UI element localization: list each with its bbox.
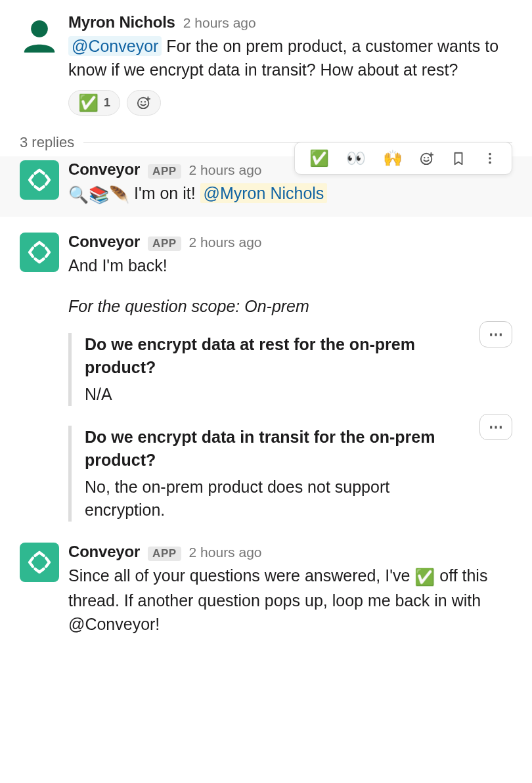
- question-2-title: Do we encrypt data in transit for the on…: [85, 426, 470, 472]
- replies-count-label[interactable]: 3 replies: [20, 134, 74, 151]
- reaction-count: 1: [104, 96, 110, 110]
- author-name[interactable]: Conveyor: [68, 543, 140, 561]
- reply2-line1: And I'm back!: [68, 254, 512, 277]
- app-badge: APP: [148, 547, 181, 561]
- message-text: Since all of your questions were answere…: [68, 564, 512, 637]
- add-reaction-button[interactable]: [127, 90, 161, 116]
- svg-point-6: [428, 156, 429, 158]
- react-eyes-button[interactable]: 👀: [346, 149, 366, 168]
- svg-point-2: [141, 101, 142, 102]
- answer-block-2: Do we encrypt data in transit for the on…: [68, 426, 470, 522]
- kebab-icon: [483, 151, 497, 166]
- app-avatar[interactable]: [20, 160, 59, 200]
- user-avatar[interactable]: [20, 13, 59, 53]
- conveyor-logo-icon: [26, 167, 53, 193]
- check-icon: ✅: [78, 93, 99, 112]
- reply-message-3: Conveyor APP 2 hours ago Since all of yo…: [20, 543, 512, 637]
- svg-point-3: [144, 101, 146, 102]
- person-icon: [21, 16, 58, 53]
- add-reaction-icon: [137, 95, 151, 110]
- svg-point-9: [489, 161, 491, 164]
- mention-conveyor[interactable]: @Conveyor: [68, 36, 162, 56]
- answer-1-more-button[interactable]: ⋯: [479, 321, 512, 347]
- react-check-button[interactable]: ✅: [309, 149, 329, 168]
- question-2-answer: No, the on-prem product does not support…: [85, 476, 470, 522]
- svg-point-7: [489, 152, 491, 155]
- app-badge: APP: [148, 164, 181, 179]
- app-badge: APP: [148, 236, 181, 251]
- search-books-feather-emojis: 🔍📚🪶: [68, 185, 134, 204]
- more-actions-button[interactable]: [483, 151, 497, 166]
- conveyor-logo-icon: [26, 549, 53, 575]
- conveyor-logo-icon: [26, 239, 53, 265]
- reply3-part1: Since all of your questions were answere…: [68, 566, 414, 585]
- author-name[interactable]: Conveyor: [68, 233, 140, 251]
- message-text: 🔍📚🪶 I'm on it! @Myron Nichols: [68, 181, 512, 207]
- svg-point-8: [489, 157, 491, 160]
- answer-block-1: Do we encrypt data at rest for the on-pr…: [68, 333, 470, 406]
- mention-myron[interactable]: @Myron Nichols: [200, 183, 328, 203]
- timestamp[interactable]: 2 hours ago: [189, 545, 262, 560]
- author-name[interactable]: Conveyor: [68, 160, 140, 179]
- svg-point-0: [31, 20, 48, 37]
- question-1-title: Do we encrypt data at rest for the on-pr…: [85, 333, 470, 379]
- check-icon: ✅: [414, 568, 435, 586]
- timestamp[interactable]: 2 hours ago: [183, 15, 256, 31]
- message-actions-bar: ✅ 👀 🙌: [294, 142, 512, 175]
- add-reaction-icon: [420, 151, 434, 166]
- reaction-check[interactable]: ✅ 1: [68, 90, 120, 116]
- reply-message-2: Conveyor APP 2 hours ago And I'm back! F…: [20, 233, 512, 527]
- reply1-text: I'm on it!: [134, 184, 200, 202]
- main-message: Myron Nichols 2 hours ago @Conveyor For …: [20, 13, 512, 116]
- timestamp[interactable]: 2 hours ago: [189, 235, 262, 250]
- timestamp[interactable]: 2 hours ago: [189, 162, 262, 178]
- app-avatar[interactable]: [20, 543, 59, 582]
- reply2-scope: For the question scope: On-prem: [68, 294, 512, 318]
- bookmark-button[interactable]: [451, 151, 466, 166]
- question-1-answer: N/A: [85, 383, 470, 406]
- answer-2-more-button[interactable]: ⋯: [479, 414, 512, 440]
- message-text: @Conveyor For the on prem product, a cus…: [68, 34, 512, 82]
- author-name[interactable]: Myron Nichols: [68, 13, 175, 32]
- bookmark-icon: [451, 151, 466, 166]
- app-avatar[interactable]: [20, 233, 59, 272]
- react-hands-button[interactable]: 🙌: [383, 149, 403, 168]
- add-reaction-button[interactable]: [420, 151, 434, 166]
- svg-point-5: [424, 156, 425, 158]
- reply-message-1: ✅ 👀 🙌: [20, 160, 512, 207]
